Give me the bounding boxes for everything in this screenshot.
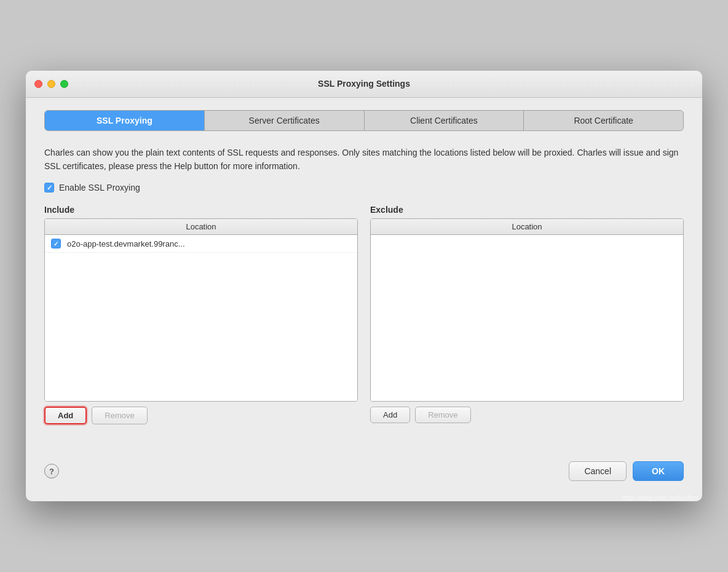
- titlebar: SSL Proxying Settings: [26, 71, 702, 98]
- exclude-remove-button[interactable]: Remove: [415, 407, 470, 423]
- cancel-button[interactable]: Cancel: [569, 461, 627, 481]
- watermark: https://blog.csdn.net/luc4sm: [26, 493, 702, 501]
- bottom-bar: ? Cancel OK: [26, 451, 702, 493]
- include-button-row: Add Remove: [44, 407, 358, 424]
- action-buttons: Cancel OK: [569, 461, 684, 481]
- dialog-window: SSL Proxying Settings SSL Proxying Serve…: [26, 71, 702, 502]
- enable-ssl-label: Enable SSL Proxying: [59, 183, 140, 193]
- include-add-button[interactable]: Add: [44, 407, 87, 424]
- include-column-header: Location: [45, 219, 357, 235]
- include-label: Include: [44, 205, 358, 215]
- tab-bar: SSL Proxying Server Certificates Client …: [44, 110, 684, 131]
- tab-ssl-proxying[interactable]: SSL Proxying: [45, 111, 205, 130]
- exclude-column-header: Location: [371, 219, 683, 235]
- row-checkbox[interactable]: [51, 239, 61, 248]
- exclude-table: Location: [370, 218, 684, 402]
- include-remove-button[interactable]: Remove: [92, 407, 147, 424]
- exclude-label: Exclude: [370, 205, 684, 215]
- tab-server-certificates[interactable]: Server Certificates: [205, 111, 365, 130]
- main-content: SSL Proxying Server Certificates Client …: [26, 98, 702, 452]
- exclude-button-row: Add Remove: [370, 407, 684, 423]
- close-button[interactable]: [34, 80, 42, 88]
- include-column: Include Location o2o-app-test.devmarket.…: [44, 205, 358, 424]
- row-location: o2o-app-test.devmarket.99ranc...: [67, 239, 185, 248]
- ok-button[interactable]: OK: [633, 461, 684, 481]
- help-button[interactable]: ?: [44, 464, 59, 479]
- exclude-add-button[interactable]: Add: [370, 407, 410, 423]
- window-title: SSL Proxying Settings: [318, 79, 410, 89]
- columns-container: Include Location o2o-app-test.devmarket.…: [44, 205, 684, 424]
- tab-client-certificates[interactable]: Client Certificates: [365, 111, 524, 130]
- exclude-column: Exclude Location Add Remove: [370, 205, 684, 424]
- include-table: Location o2o-app-test.devmarket.99ranc..…: [44, 218, 358, 402]
- enable-ssl-checkbox[interactable]: [44, 183, 54, 193]
- table-row[interactable]: o2o-app-test.devmarket.99ranc...: [45, 235, 357, 253]
- enable-ssl-row: Enable SSL Proxying: [44, 183, 684, 193]
- include-table-body: o2o-app-test.devmarket.99ranc...: [45, 235, 357, 401]
- maximize-button[interactable]: [60, 80, 68, 88]
- description-text: Charles can show you the plain text cont…: [44, 146, 684, 173]
- tab-root-certificate[interactable]: Root Certificate: [524, 111, 683, 130]
- traffic-lights: [34, 80, 68, 88]
- exclude-table-body: [371, 235, 683, 401]
- minimize-button[interactable]: [47, 80, 55, 88]
